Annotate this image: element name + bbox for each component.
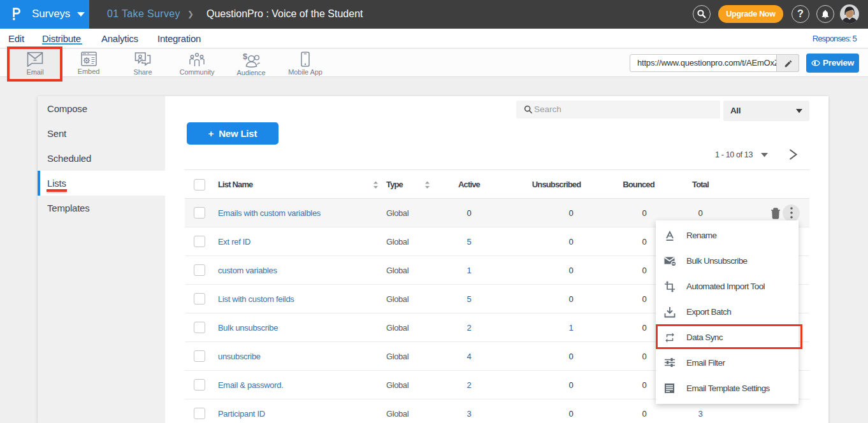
svg-text:$: $ [243,52,248,61]
